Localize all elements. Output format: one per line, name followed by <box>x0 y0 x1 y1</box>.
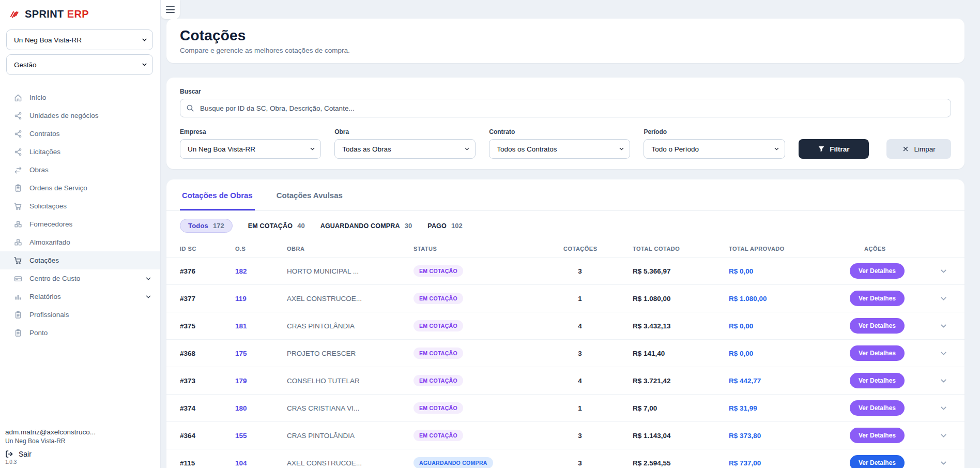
chevron-down-icon[interactable] <box>939 376 948 385</box>
filter-field-periodo: PeríodoTodo o Período <box>644 128 785 159</box>
chevron-down-icon[interactable] <box>939 322 948 330</box>
table-row: #374180CRAS CRISTIANA VI...EM COTAÇÃO1R$… <box>166 395 964 422</box>
column-header: AÇÕES <box>850 246 951 252</box>
os-link[interactable]: 119 <box>235 295 287 303</box>
os-link[interactable]: 181 <box>235 322 287 330</box>
column-header: O.S <box>235 246 287 252</box>
sidebar-item-unidades-de-negocios[interactable]: Unidades de negócios <box>0 107 160 125</box>
sidebar-nav: InícioUnidades de negóciosContratosLicit… <box>0 88 160 342</box>
ver-detalhes-button[interactable]: Ver Detalhes <box>850 291 905 306</box>
os-link[interactable]: 182 <box>235 267 287 275</box>
ver-detalhes-button[interactable]: Ver Detalhes <box>850 373 905 388</box>
sidebar-item-inicio[interactable]: Início <box>0 88 160 107</box>
ver-detalhes-button[interactable]: Ver Detalhes <box>850 263 905 279</box>
column-header: TOTAL COTADO <box>633 246 729 252</box>
cell-id-sc: #374 <box>180 404 235 412</box>
sidebar-item-profissionais[interactable]: Profissionais <box>0 306 160 324</box>
chip-pago[interactable]: PAGO102 <box>427 222 462 230</box>
cell-cotacoes: 4 <box>563 377 633 385</box>
os-link[interactable]: 180 <box>235 404 287 412</box>
search-input[interactable] <box>180 99 951 117</box>
sidebar-item-ponto[interactable]: Ponto <box>0 324 160 342</box>
logout-button[interactable]: Sair <box>5 450 96 458</box>
chevron-down-icon[interactable] <box>939 431 948 440</box>
column-header: OBRA <box>287 246 414 252</box>
cell-obra: AXEL CONSTRUCOE... <box>287 459 414 467</box>
chevron-down-icon[interactable] <box>939 267 948 276</box>
filter-button[interactable]: Filtrar <box>799 139 869 159</box>
os-link[interactable]: 179 <box>235 377 287 385</box>
tab-cotacoes-avulsas[interactable]: Cotações Avulsas <box>274 179 345 210</box>
brand-name: SPRINT ERP <box>25 8 89 20</box>
module-select-wrap: Gestão <box>6 54 153 75</box>
table-row: #373179CONSELHO TUTELAREM COTAÇÃO4R$ 3.7… <box>166 367 964 395</box>
os-link[interactable]: 175 <box>235 350 287 357</box>
status-badge: EM COTAÇÃO <box>414 320 463 331</box>
os-link[interactable]: 104 <box>235 459 287 467</box>
cell-obra: AXEL CONSTRUCOE... <box>287 295 414 303</box>
table-row: #364155CRAS PINTOLÂNDIAEM COTAÇÃO3R$ 1.1… <box>166 422 964 449</box>
sidebar-item-obras[interactable]: Obras <box>0 161 160 179</box>
sidebar-item-fornecedores[interactable]: Fornecedores <box>0 215 160 233</box>
clear-button[interactable]: Limpar <box>886 139 951 159</box>
chip-todos[interactable]: Todos172 <box>180 219 233 233</box>
status-badge: EM COTAÇÃO <box>414 348 463 359</box>
sidebar-item-label: Centro de Custo <box>29 275 137 282</box>
cell-total-aprovado: R$ 0,00 <box>729 350 850 357</box>
sidebar-item-ordens-de-servico[interactable]: Ordens de Serviço <box>0 179 160 197</box>
cell-total-cotado: R$ 1.143,04 <box>633 432 729 440</box>
chip-em-cotacao[interactable]: EM COTAÇÃO40 <box>248 222 305 230</box>
filter-label-obra: Obra <box>334 128 476 135</box>
chip-count: 40 <box>297 222 304 230</box>
share-icon <box>14 148 22 156</box>
status-chips: Todos172EM COTAÇÃO40AGUARDANDO COMPRA30P… <box>166 211 964 240</box>
empresa-select[interactable]: Un Neg Boa Vista-RR <box>180 139 321 159</box>
sidebar-item-label: Contratos <box>29 130 152 138</box>
sidebar-item-almoxarifado[interactable]: Almoxarifado <box>0 233 160 251</box>
ver-detalhes-button[interactable]: Ver Detalhes <box>850 428 905 443</box>
sidebar-item-contratos[interactable]: Contratos <box>0 125 160 143</box>
search-label: Buscar <box>180 88 951 95</box>
tabs-bar: Cotações de ObrasCotações Avulsas <box>166 179 964 211</box>
page-header-card: Cotações Compare e gerencie as melhores … <box>166 19 964 63</box>
clipboard-icon <box>14 184 22 192</box>
chevron-down-icon[interactable] <box>939 349 948 358</box>
ver-detalhes-button[interactable]: Ver Detalhes <box>850 345 905 361</box>
sidebar-item-centro-de-custo[interactable]: Centro de Custo <box>0 269 160 288</box>
tab-cotacoes-de-obras[interactable]: Cotações de Obras <box>180 179 255 210</box>
cell-id-sc: #376 <box>180 267 235 275</box>
logout-icon <box>5 450 13 458</box>
contrato-select[interactable]: Todos os Contratos <box>489 139 630 159</box>
chip-aguardando-compra[interactable]: AGUARDANDO COMPRA30 <box>320 222 412 230</box>
cell-id-sc: #368 <box>180 350 235 357</box>
chevron-down-icon[interactable] <box>939 294 948 303</box>
filter-field-empresa: EmpresaUn Neg Boa Vista-RR <box>180 128 321 159</box>
sidebar-item-solicitacoes[interactable]: Solicitações <box>0 197 160 215</box>
table-row: #368175PROJETO CRESCEREM COTAÇÃO3R$ 141,… <box>166 340 964 367</box>
cell-total-cotado: R$ 7,00 <box>633 404 729 412</box>
chevron-down-icon[interactable] <box>939 459 948 467</box>
chevron-down-icon[interactable] <box>939 404 948 413</box>
cell-total-cotado: R$ 141,40 <box>633 350 729 357</box>
ver-detalhes-button[interactable]: Ver Detalhes <box>850 455 905 468</box>
obra-select[interactable]: Todas as Obras <box>334 139 476 159</box>
os-link[interactable]: 155 <box>235 432 287 440</box>
cell-cotacoes: 1 <box>563 404 633 412</box>
boxes-icon <box>14 238 22 247</box>
sidebar-item-licitacoes[interactable]: Licitações <box>0 143 160 161</box>
ver-detalhes-button[interactable]: Ver Detalhes <box>850 318 905 334</box>
ver-detalhes-button[interactable]: Ver Detalhes <box>850 400 905 416</box>
sidebar-item-relatorios[interactable]: Relatórios <box>0 288 160 306</box>
status-badge: AGUARDANDO COMPRA <box>414 457 493 468</box>
cell-cotacoes: 3 <box>563 432 633 440</box>
module-select[interactable]: Gestão <box>6 54 153 75</box>
business-unit-select[interactable]: Un Neg Boa Vista-RR <box>6 29 153 50</box>
share-icon <box>14 130 22 138</box>
periodo-select[interactable]: Todo o Período <box>644 139 785 159</box>
cell-cotacoes: 3 <box>563 350 633 357</box>
sidebar-toggle-button[interactable] <box>161 0 180 19</box>
table-row: #115104AXEL CONSTRUCOE...AGUARDANDO COMP… <box>166 449 964 468</box>
sidebar-item-cotacoes[interactable]: Cotações <box>0 251 160 269</box>
page-title: Cotações <box>180 27 951 44</box>
clipboard-icon <box>14 311 22 319</box>
